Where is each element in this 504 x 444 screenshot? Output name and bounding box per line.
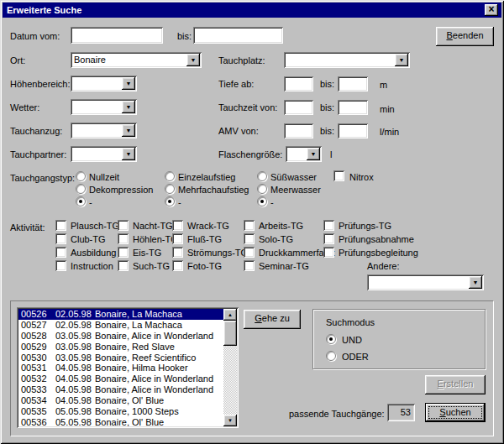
datum-bis-input[interactable] xyxy=(193,27,283,44)
amv-von-input[interactable] xyxy=(284,123,313,138)
list-item[interactable]: 0053404.05.98Bonaire, Ol' Blue xyxy=(18,395,223,406)
checkbox-pruefungsbegleitung-label[interactable]: Prüfungsbegleitung xyxy=(339,248,418,259)
scroll-up-icon[interactable]: ▲ xyxy=(223,309,237,321)
checkbox-pruefungsabnahme-label[interactable]: Prüfungsabnahme xyxy=(339,234,414,245)
amv-bis-input[interactable] xyxy=(338,123,368,138)
checkbox-pruefungsabnahme[interactable] xyxy=(323,233,334,244)
radio-oder[interactable] xyxy=(326,351,336,361)
checkbox-arbeits-tg-label[interactable]: Arbeits-TG xyxy=(259,221,303,232)
radio-aufstieg-any[interactable] xyxy=(165,196,175,206)
checkbox-foto-tg[interactable] xyxy=(172,260,183,271)
dropdown-arrow-icon[interactable]: ▼ xyxy=(307,148,320,160)
checkbox-pruefungsbegleitung[interactable] xyxy=(323,247,334,258)
checkbox-such-tg[interactable] xyxy=(118,260,129,271)
tauchanzug-combobox[interactable]: ▼ xyxy=(71,123,137,138)
vertical-scrollbar[interactable]: ▲ ▼ xyxy=(223,309,237,426)
dropdown-arrow-icon[interactable]: ▼ xyxy=(469,276,482,289)
list-item[interactable]: 0052803.05.98Bonaire, Alice in Wonderlan… xyxy=(18,331,223,342)
checkbox-fluss-tg[interactable] xyxy=(172,233,183,244)
checkbox-instruction-label[interactable]: Instruction xyxy=(71,261,113,272)
list-item[interactable]: 0053003.05.98Bonaire, Reef Scientifico xyxy=(18,353,223,363)
list-item[interactable]: 0052702.05.98Bonaire, La Machaca xyxy=(18,320,223,331)
checkbox-hoehlen-tg-label[interactable]: Höhlen-TG xyxy=(133,234,178,245)
checkbox-ausbildung-label[interactable]: Ausbildung xyxy=(71,248,116,259)
tauchzeit-von-input[interactable] xyxy=(284,100,313,115)
checkbox-arbeits-tg[interactable] xyxy=(244,220,255,231)
checkbox-druckkammerfahrt[interactable] xyxy=(244,247,255,258)
radio-oder-label[interactable]: ODER xyxy=(342,352,369,363)
checkbox-seminar-tg[interactable] xyxy=(244,260,255,271)
scroll-down-icon[interactable]: ▼ xyxy=(223,415,237,426)
radio-nullzeit-label[interactable]: Nullzeit xyxy=(89,172,119,183)
checkbox-plausch-tg[interactable] xyxy=(55,220,66,231)
checkbox-seminar-tg-label[interactable]: Seminar-TG xyxy=(259,261,309,272)
tiefe-von-input[interactable] xyxy=(284,76,313,91)
dropdown-arrow-icon[interactable]: ▼ xyxy=(122,124,135,137)
radio-meerwasser[interactable] xyxy=(257,184,267,194)
checkbox-hoehlen-tg[interactable] xyxy=(118,233,129,244)
radio-und[interactable] xyxy=(326,334,336,344)
radio-meerwasser-label[interactable]: Meerwasser xyxy=(270,185,321,196)
andere-combobox[interactable]: ▼ xyxy=(367,274,484,290)
close-icon[interactable]: × xyxy=(485,4,498,16)
checkbox-ausbildung[interactable] xyxy=(55,247,66,258)
dropdown-arrow-icon[interactable]: ▼ xyxy=(186,54,200,66)
beenden-button[interactable]: Beenden xyxy=(436,27,494,46)
hoehenbereich-combobox[interactable]: ▼ xyxy=(71,76,137,91)
checkbox-stroemungs-tg[interactable] xyxy=(172,247,183,258)
radio-suesswasser-label[interactable]: Süßwasser xyxy=(270,172,317,183)
results-listbox[interactable]: 0052602.05.98Bonaire, La Machaca 0052702… xyxy=(17,307,239,428)
list-item[interactable]: 0053605.05.98Bonaire, Ol' Blue xyxy=(18,417,223,426)
tiefe-bis-input[interactable] xyxy=(338,76,368,91)
radio-aufstieg-any-label[interactable]: - xyxy=(178,197,181,208)
checkbox-solo-tg[interactable] xyxy=(244,233,255,244)
scrollbar-thumb[interactable] xyxy=(223,321,237,346)
wetter-combobox[interactable]: ▼ xyxy=(71,99,137,115)
checkbox-solo-tg-label[interactable]: Solo-TG xyxy=(259,234,293,245)
checkbox-instruction[interactable] xyxy=(55,260,66,271)
list-item[interactable]: 0053505.05.98Bonaire, 1000 Steps xyxy=(18,406,223,417)
checkbox-foto-tg-label[interactable]: Foto-TG xyxy=(187,261,222,272)
tauchpartner-combobox[interactable]: ▼ xyxy=(71,146,137,162)
radio-nullzeit-any[interactable] xyxy=(76,196,86,206)
radio-einzelaufstieg[interactable] xyxy=(165,171,175,181)
nitrox-label[interactable]: Nitrox xyxy=(349,172,374,183)
tauchplatz-combobox[interactable]: ▼ xyxy=(284,52,410,68)
dropdown-arrow-icon[interactable]: ▼ xyxy=(395,54,408,66)
checkbox-nacht-tg-label[interactable]: Nacht-TG xyxy=(133,221,173,232)
radio-wasser-any-label[interactable]: - xyxy=(270,197,274,208)
checkbox-club-tg-label[interactable]: Club-TG xyxy=(71,234,106,245)
list-item[interactable]: 0052903.05.98Bonaire, Red Slave xyxy=(18,342,223,353)
checkbox-pruefungs-tg[interactable] xyxy=(323,220,334,231)
radio-mehrfachaufstieg[interactable] xyxy=(165,184,175,194)
checkbox-stroemungs-tg-label[interactable]: Strömungs-TG xyxy=(187,248,248,259)
checkbox-club-tg[interactable] xyxy=(55,233,66,244)
list-item[interactable]: 0053304.05.98Bonaire, Alice in Wonderlan… xyxy=(18,384,223,395)
checkbox-eis-tg-label[interactable]: Eis-TG xyxy=(133,248,161,259)
radio-dekompression-label[interactable]: Dekompression xyxy=(89,185,153,196)
checkbox-pruefungs-tg-label[interactable]: Prüfungs-TG xyxy=(339,221,391,232)
dropdown-arrow-icon[interactable]: ▼ xyxy=(122,77,135,90)
checkbox-wrack-tg[interactable] xyxy=(172,220,183,231)
list-item[interactable]: 0053104.05.98Bonaire, Hilma Hooker xyxy=(18,363,223,373)
nitrox-checkbox[interactable] xyxy=(333,170,344,181)
checkbox-nacht-tg[interactable] xyxy=(118,220,129,231)
checkbox-such-tg-label[interactable]: Such-TG xyxy=(133,261,170,272)
datum-von-input[interactable] xyxy=(71,27,163,44)
checkbox-wrack-tg-label[interactable]: Wrack-TG xyxy=(187,221,229,232)
radio-suesswasser[interactable] xyxy=(257,171,267,181)
checkbox-fluss-tg-label[interactable]: Fluß-TG xyxy=(187,234,222,245)
checkbox-eis-tg[interactable] xyxy=(118,247,129,258)
dropdown-arrow-icon[interactable]: ▼ xyxy=(122,101,135,113)
title-bar[interactable]: Erweiterte Suche × xyxy=(3,3,501,18)
radio-nullzeit-any-label[interactable]: - xyxy=(89,197,92,208)
radio-wasser-any[interactable] xyxy=(257,196,267,206)
gehe-zu-button[interactable]: Gehe zu xyxy=(244,310,301,329)
radio-einzelaufstieg-label[interactable]: Einzelaufstieg xyxy=(178,172,236,183)
ort-combobox[interactable]: Bonaire ▼ xyxy=(71,52,202,68)
list-item[interactable]: 0052602.05.98Bonaire, La Machaca xyxy=(18,309,223,320)
list-item[interactable]: 0053204.05.98Bonaire, Alice in Wonderlan… xyxy=(18,373,223,384)
suchen-button[interactable]: Suchen xyxy=(425,403,486,422)
radio-nullzeit[interactable] xyxy=(76,171,86,181)
radio-dekompression[interactable] xyxy=(76,184,86,194)
